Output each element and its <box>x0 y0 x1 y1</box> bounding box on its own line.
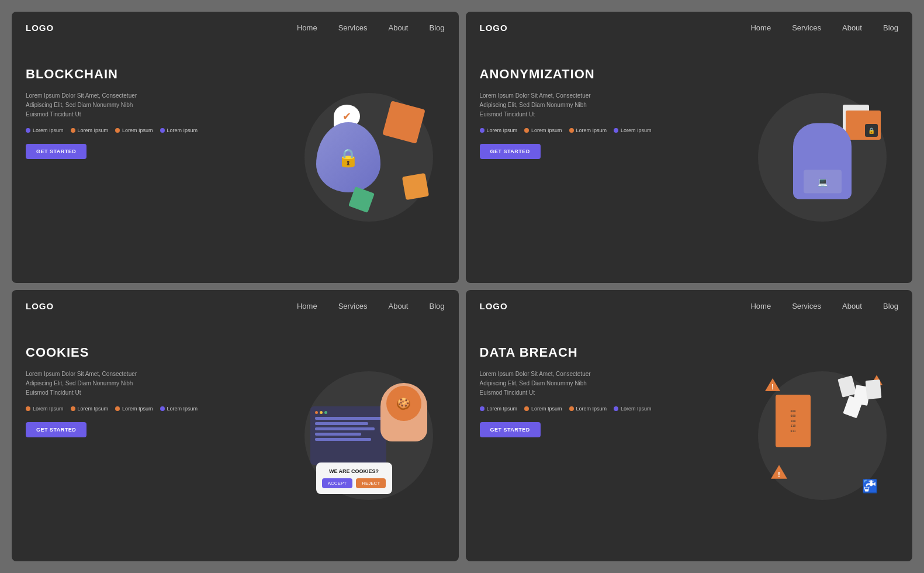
data-line-1: 000 <box>790 409 795 413</box>
anon-nav-services[interactable]: Services <box>792 23 821 32</box>
cookies-tag-2: Lorem Ipsum <box>71 406 109 412</box>
anon-tag-dot-4 <box>614 128 618 133</box>
cookies-tag-1: Lorem Ipsum <box>26 406 64 412</box>
anon-tag-4: Lorem Ipsum <box>614 127 652 133</box>
anonymization-content: ANONYMIZATION Lorem Ipsum Dolor Sit Amet… <box>466 43 913 283</box>
anonymization-desc: Lorem Ipsum Dolor Sit Amet, Consectetuer… <box>480 91 603 119</box>
browser-line-1 <box>315 417 382 420</box>
data-breach-tags: Lorem Ipsum Lorem Ipsum Lorem Ipsum Lore… <box>480 406 668 412</box>
anonymization-title: ANONYMIZATION <box>480 67 668 82</box>
data-breach-nav-links: Home Services About Blog <box>750 301 898 311</box>
cookies-title: COOKIES <box>26 345 214 360</box>
blockchain-nav-services[interactable]: Services <box>338 23 368 32</box>
cookies-nav: LOGO Home Services About Blog <box>12 290 459 322</box>
blockchain-nav-links: Home Services About Blog <box>297 22 445 33</box>
blockchain-cta-button[interactable]: GET STARTED <box>26 144 86 159</box>
data-line-2: 000 <box>790 414 795 418</box>
cookies-tag-dot-2 <box>71 406 75 411</box>
anon-tag-3: Lorem Ipsum <box>569 127 607 133</box>
anon-nav-home[interactable]: Home <box>750 23 771 32</box>
cookies-popup-buttons: ACCEPT REJECT <box>323 478 385 488</box>
folder-lock-icon: 🔒 <box>865 124 878 137</box>
breach-nav-blog[interactable]: Blog <box>883 302 898 310</box>
cookies-tag-dot-3 <box>115 406 120 411</box>
anonymization-nav-links: Home Services About Blog <box>750 22 898 33</box>
cookies-nav-blog[interactable]: Blog <box>429 302 444 310</box>
anonymization-logo: LOGO <box>480 23 508 33</box>
data-breach-cta-button[interactable]: GET STARTED <box>480 422 541 437</box>
svg-text:!: ! <box>771 383 774 391</box>
blockchain-card: LOGO Home Services About Blog BLOCKCHAIN… <box>12 12 459 283</box>
blockchain-illustration: ✔ 🔒 <box>214 49 444 265</box>
anonymization-illus-circle: 🔒 💻 <box>758 93 887 222</box>
cookies-reject-button[interactable]: REJECT <box>356 478 386 488</box>
blockchain-nav-about[interactable]: About <box>388 23 408 32</box>
anon-nav-about[interactable]: About <box>842 23 862 32</box>
breach-tag-2: Lorem Ipsum <box>524 406 562 412</box>
paper-1 <box>838 375 856 397</box>
blockchain-illus-circle: ✔ 🔒 <box>304 93 433 222</box>
scattered-papers <box>834 377 881 424</box>
browser-dots <box>315 411 382 414</box>
data-line-4: 110 <box>790 424 795 428</box>
orange-folder-icon: 🔒 <box>846 111 881 140</box>
anonymization-text: ANONYMIZATION Lorem Ipsum Dolor Sit Amet… <box>480 49 668 265</box>
browser-line-3 <box>315 427 375 430</box>
cookies-tags: Lorem Ipsum Lorem Ipsum Lorem Ipsum Lore… <box>26 406 214 412</box>
cookies-accept-button[interactable]: ACCEPT <box>322 478 352 488</box>
browser-lines <box>315 417 382 441</box>
warning-triangle-top-left: ! <box>764 377 781 395</box>
anon-nav-blog[interactable]: Blog <box>883 23 898 32</box>
data-breach-desc: Lorem Ipsum Dolor Sit Amet, Consectetuer… <box>480 370 603 398</box>
cookies-tag-dot-1 <box>26 406 30 411</box>
blockchain-logo: LOGO <box>26 23 54 33</box>
anonymization-cta-button[interactable]: GET STARTED <box>480 144 541 159</box>
breach-tag-4: Lorem Ipsum <box>614 406 652 412</box>
hoodie-figure: 💻 <box>793 123 852 199</box>
breach-nav-services[interactable]: Services <box>792 302 821 310</box>
cookies-content: COOKIES Lorem Ipsum Dolor Sit Amet, Cons… <box>12 322 459 561</box>
cookies-card: LOGO Home Services About Blog COOKIES Lo… <box>12 290 459 561</box>
data-breach-illus-content: ! ! ! <box>758 371 887 500</box>
cookies-tag-dot-4 <box>160 406 165 411</box>
data-breach-illustration: ! ! ! <box>668 327 898 544</box>
blockchain-tag-dot-4 <box>160 128 165 133</box>
breach-nav-home[interactable]: Home <box>750 302 771 310</box>
blockchain-title: BLOCKCHAIN <box>26 67 214 82</box>
cookies-nav-links: Home Services About Blog <box>297 301 445 311</box>
breach-tag-3: Lorem Ipsum <box>569 406 607 412</box>
faucet-icon: 🚰 <box>862 479 878 494</box>
blockchain-tag-4: Lorem Ipsum <box>160 127 198 133</box>
cookies-desc: Lorem Ipsum Dolor Sit Amet, Consectetuer… <box>26 370 148 398</box>
cookies-nav-services[interactable]: Services <box>338 302 368 310</box>
blockchain-tag-dot-2 <box>71 128 75 133</box>
svg-text:!: ! <box>778 470 780 479</box>
blockchain-tag-2: Lorem Ipsum <box>71 127 109 133</box>
browser-line-2 <box>315 422 368 425</box>
cookies-nav-home[interactable]: Home <box>297 302 317 310</box>
browser-line-4 <box>315 433 362 436</box>
browser-mockup <box>310 406 386 465</box>
warning-triangle-bottom: ! <box>770 464 788 482</box>
main-grid: LOGO Home Services About Blog BLOCKCHAIN… <box>0 0 924 573</box>
data-breach-card: LOGO Home Services About Blog DATA BREAC… <box>466 290 913 561</box>
anon-tag-dot-2 <box>524 128 529 133</box>
blockchain-tag-dot-1 <box>26 128 30 133</box>
lock-icon: 🔒 <box>337 147 359 168</box>
blockchain-illus-content: ✔ 🔒 <box>304 93 433 222</box>
data-line-3: 100 <box>790 419 795 423</box>
breach-tag-dot-2 <box>524 406 529 411</box>
shield-icon: 🔒 <box>316 122 380 192</box>
blockchain-nav-home[interactable]: Home <box>297 23 317 32</box>
breach-nav-about[interactable]: About <box>842 302 862 310</box>
blockchain-nav-blog[interactable]: Blog <box>429 23 444 32</box>
cookies-cta-button[interactable]: GET STARTED <box>26 422 86 437</box>
anonymization-nav: LOGO Home Services About Blog <box>466 12 913 43</box>
cookies-illustration: 🍪 WE ARE COOKIES? ACCEPT REJECT <box>214 327 444 544</box>
cookies-nav-about[interactable]: About <box>388 302 408 310</box>
cookies-popup-title: WE ARE COOKIES? <box>323 468 385 474</box>
breach-tag-dot-4 <box>614 406 618 411</box>
cookies-tag-3: Lorem Ipsum <box>115 406 153 412</box>
laptop-icon: 💻 <box>804 170 842 194</box>
cookies-tag-4: Lorem Ipsum <box>160 406 198 412</box>
